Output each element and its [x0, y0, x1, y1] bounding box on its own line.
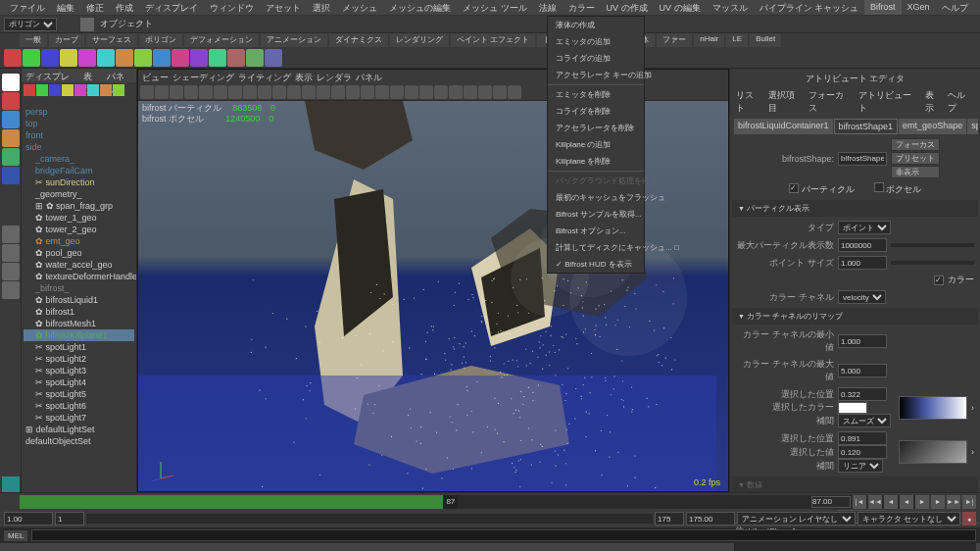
menu-メッシュ ツール[interactable]: メッシュ ツール: [457, 0, 533, 15]
menu-編集[interactable]: 編集: [51, 0, 80, 15]
playback-end-field[interactable]: [655, 512, 684, 526]
sel-mode-icon[interactable]: [80, 18, 94, 31]
vp-menu-レンダラ[interactable]: レンダラ: [317, 72, 352, 81]
color-channel-select[interactable]: velocity: [838, 290, 886, 304]
chan-min-field[interactable]: [838, 334, 887, 348]
outliner-item-span_frag_grp[interactable]: ⊞ ✿ span_frag_grp: [24, 200, 134, 212]
menu-カラー[interactable]: カラー: [563, 0, 601, 15]
attr-tab-表示[interactable]: 表示: [925, 89, 943, 115]
outliner-item-tower_1_geo[interactable]: ✿ tower_1_geo: [24, 212, 134, 224]
vp-tool-8[interactable]: [258, 85, 271, 99]
rewind-button[interactable]: |◄: [853, 495, 866, 509]
menu-アセット[interactable]: アセット: [260, 0, 307, 15]
vp-menu-シェーディング[interactable]: シェーディング: [172, 72, 234, 81]
vp-tool-20[interactable]: [434, 85, 448, 99]
dropdown-item[interactable]: 液体の作成: [548, 17, 644, 33]
val2-field[interactable]: [838, 445, 887, 459]
lasso-tool[interactable]: [2, 92, 20, 110]
vp-tool-24[interactable]: [493, 85, 507, 99]
outliner-item-defaultObjectSet[interactable]: defaultObjectSet: [24, 435, 134, 447]
menu-パイプライン キャッシュ[interactable]: パイプライン キャッシュ: [754, 0, 865, 15]
menu-メッシュ[interactable]: メッシュ: [336, 0, 383, 15]
playback-start-field[interactable]: [55, 512, 84, 526]
attr-tab-ヘルプ[interactable]: ヘルプ: [948, 89, 974, 115]
menu-XGen[interactable]: XGen: [902, 0, 936, 15]
value-ramp[interactable]: [899, 440, 967, 464]
menu-修正[interactable]: 修正: [80, 0, 110, 15]
shelf-icon-3[interactable]: [60, 49, 77, 67]
vp-tool-16[interactable]: [375, 85, 389, 99]
pos1-field[interactable]: [838, 387, 887, 401]
vp-tool-19[interactable]: [419, 85, 433, 99]
node-tab-emt_geoShape[interactable]: emt_geoShape: [899, 119, 966, 134]
vp-tool-7[interactable]: [243, 85, 257, 99]
menu-ディスプレイ[interactable]: ディスプレイ: [139, 0, 204, 15]
command-input[interactable]: [31, 529, 976, 541]
outliner-menu-ディスプレイ[interactable]: ディスプレイ: [25, 71, 77, 80]
shape-name-field[interactable]: [838, 152, 887, 166]
outliner-item-spotLight4[interactable]: ✂ spotLight4: [24, 376, 134, 388]
outliner-item-bifrostKillplane1[interactable]: ✿ bifrostKillplane1: [24, 329, 134, 341]
outliner-item-water_accel_geo[interactable]: ✿ water_accel_geo: [24, 259, 134, 271]
shelf-tab-一般[interactable]: 一般: [20, 33, 47, 47]
select-tool[interactable]: [2, 74, 20, 91]
shelf-tab-カーブ[interactable]: カーブ: [49, 33, 84, 47]
step-fwd-button[interactable]: ►►: [947, 495, 960, 509]
shelf-tab-レンダリング[interactable]: レンダリング: [390, 33, 449, 47]
shelf-icon-2[interactable]: [41, 49, 59, 67]
dropdown-item[interactable]: Killplane の追加: [548, 136, 644, 153]
play-back-button[interactable]: ◄: [900, 495, 913, 509]
mel-label[interactable]: MEL: [4, 530, 27, 541]
max-particles-field[interactable]: [838, 238, 887, 252]
shelf-icon-11[interactable]: [209, 49, 226, 67]
section-numeric[interactable]: 数値: [732, 476, 978, 493]
ramp-arrow-icon[interactable]: ›: [971, 403, 974, 413]
dropdown-item[interactable]: 計算してディスクにキャッシュ... □: [548, 239, 644, 256]
menu-UV の編集[interactable]: UV の編集: [654, 0, 707, 15]
outliner-item-spotLight1[interactable]: ✂ spotLight1: [24, 341, 134, 353]
dropdown-item[interactable]: Killplane を削除: [548, 153, 644, 170]
size-slider[interactable]: [891, 261, 974, 265]
section-particle-display[interactable]: パーティクル表示: [732, 200, 978, 217]
play-button[interactable]: ►: [915, 495, 929, 509]
attr-tab-アトリビュート[interactable]: アトリビュート: [858, 89, 919, 115]
hide-button[interactable]: 非表示: [891, 166, 940, 178]
filter-icon-5[interactable]: [87, 84, 99, 96]
outliner-menu-パネル[interactable]: パネル: [107, 71, 132, 80]
max-slider[interactable]: [891, 243, 974, 247]
dropdown-item[interactable]: Bifrost サンプルを取得...: [548, 206, 644, 223]
range-track[interactable]: [86, 514, 653, 524]
shelf-tab-アニメーション[interactable]: アニメーション: [261, 33, 327, 47]
prev-frame-button[interactable]: ◄: [884, 495, 898, 509]
time-track[interactable]: 87: [20, 495, 921, 509]
move-tool[interactable]: [2, 111, 20, 128]
range-end-field[interactable]: [686, 512, 735, 526]
dropdown-item[interactable]: コライダの追加: [548, 50, 644, 67]
outliner-item-_bifrost_[interactable]: _bifrost_: [24, 282, 134, 294]
vp-menu-ビュー[interactable]: ビュー: [142, 72, 169, 81]
filter-icon-2[interactable]: [49, 84, 61, 96]
vp-menu-ライティング[interactable]: ライティング: [238, 72, 291, 81]
dropdown-item[interactable]: エミッタを削除: [548, 86, 644, 103]
vp-tool-18[interactable]: [405, 85, 418, 99]
shelf-tab-LE[interactable]: LE: [726, 33, 748, 47]
chan-max-field[interactable]: [838, 364, 887, 377]
vp-tool-3[interactable]: [184, 85, 198, 99]
shelf-tab-nHair[interactable]: nHair: [694, 33, 724, 47]
vp-tool-9[interactable]: [272, 85, 286, 99]
dropdown-item[interactable]: コライダを削除: [548, 103, 644, 120]
vp-tool-11[interactable]: [302, 85, 316, 99]
shelf-tab-ファー[interactable]: ファー: [657, 33, 692, 47]
menu-UV の作成[interactable]: UV の作成: [601, 0, 654, 15]
layout-tool-3[interactable]: [2, 263, 20, 280]
next-frame-button[interactable]: ►: [931, 495, 945, 509]
filter-icon-7[interactable]: [113, 84, 124, 96]
outliner-item-side[interactable]: side: [24, 141, 134, 153]
autokey-icon[interactable]: ●: [962, 512, 976, 526]
outliner-item-defaultLightSet[interactable]: ⊞ defaultLightSet: [24, 424, 134, 435]
shelf-icon-7[interactable]: [134, 49, 152, 67]
vp-tool-14[interactable]: [346, 85, 360, 99]
vp-tool-17[interactable]: [390, 85, 404, 99]
vp-tool-15[interactable]: [361, 85, 374, 99]
vp-tool-22[interactable]: [464, 85, 477, 99]
